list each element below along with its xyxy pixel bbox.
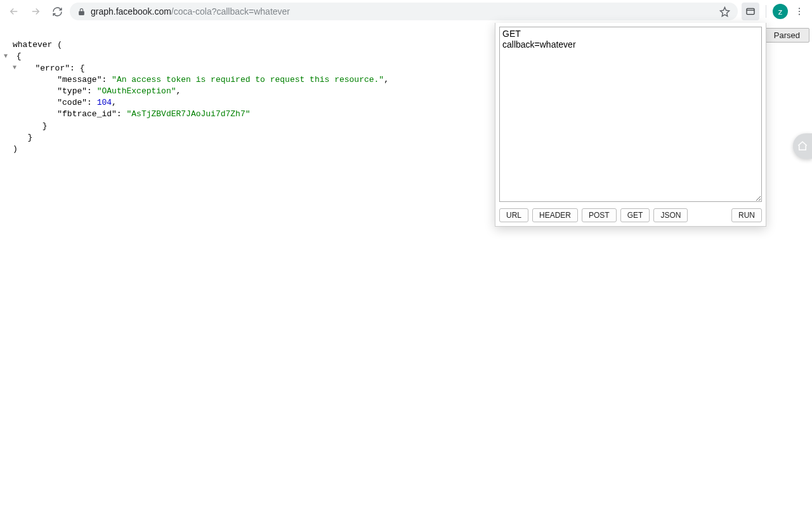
home-icon xyxy=(797,140,808,152)
request-button-row: URL HEADER POST GET JSON RUN xyxy=(499,208,762,222)
disclosure-triangle-icon[interactable]: ▼ xyxy=(4,52,11,61)
star-icon xyxy=(719,6,730,17)
page-body: Parsed whatever ( ▼ { ▼ "error": { "mess… xyxy=(0,23,812,508)
header-button[interactable]: HEADER xyxy=(532,208,578,222)
extension-icon xyxy=(745,6,756,17)
svg-point-3 xyxy=(799,14,800,15)
url-text: graph.facebook.com/coca-cola?callback=wh… xyxy=(91,6,290,17)
svg-rect-0 xyxy=(747,8,754,14)
forward-button[interactable] xyxy=(27,3,44,20)
more-vertical-icon xyxy=(794,6,804,17)
arrow-right-icon xyxy=(30,6,41,17)
callback-prefix: whatever ( xyxy=(13,40,62,50)
get-button[interactable]: GET xyxy=(620,208,650,222)
url-host: graph.facebook.com xyxy=(91,6,171,17)
parsed-toggle-button[interactable]: Parsed xyxy=(764,28,809,43)
json-string: "OAuthException" xyxy=(97,86,176,96)
json-key: message xyxy=(62,75,97,84)
profile-avatar[interactable]: z xyxy=(773,4,788,19)
back-button[interactable] xyxy=(5,3,23,20)
json-button[interactable]: JSON xyxy=(653,208,688,222)
reload-button[interactable] xyxy=(48,3,66,20)
avatar-letter: z xyxy=(778,7,783,17)
json-key: error xyxy=(40,64,65,73)
reload-icon xyxy=(52,6,63,17)
extension-button[interactable] xyxy=(742,3,759,20)
browser-toolbar: graph.facebook.com/coca-cola?callback=wh… xyxy=(0,0,812,23)
post-button[interactable]: POST xyxy=(582,208,617,222)
json-number: 104 xyxy=(97,98,112,107)
json-key: fbtrace_id xyxy=(62,109,112,119)
request-panel: URL HEADER POST GET JSON RUN xyxy=(495,23,766,227)
disclosure-triangle-icon[interactable]: ▼ xyxy=(13,64,20,72)
svg-point-2 xyxy=(799,11,800,12)
browser-menu-button[interactable] xyxy=(792,4,807,19)
url-button[interactable]: URL xyxy=(499,208,528,222)
json-key: type xyxy=(62,86,82,96)
lock-icon xyxy=(77,8,86,16)
json-key: code xyxy=(62,98,82,107)
svg-point-1 xyxy=(799,8,800,9)
json-string: "An access token is required to request … xyxy=(112,75,384,84)
bookmark-button[interactable] xyxy=(719,6,730,17)
json-string: "AsTjZBVdER7JAoJui7d7Zh7" xyxy=(126,109,250,119)
url-path: /coca-cola?callback=whatever xyxy=(171,6,290,17)
address-bar[interactable]: graph.facebook.com/coca-cola?callback=wh… xyxy=(70,3,738,20)
arrow-left-icon xyxy=(8,6,20,17)
run-button[interactable]: RUN xyxy=(731,208,762,222)
request-textarea[interactable] xyxy=(499,27,762,202)
toolbar-divider xyxy=(766,5,766,18)
